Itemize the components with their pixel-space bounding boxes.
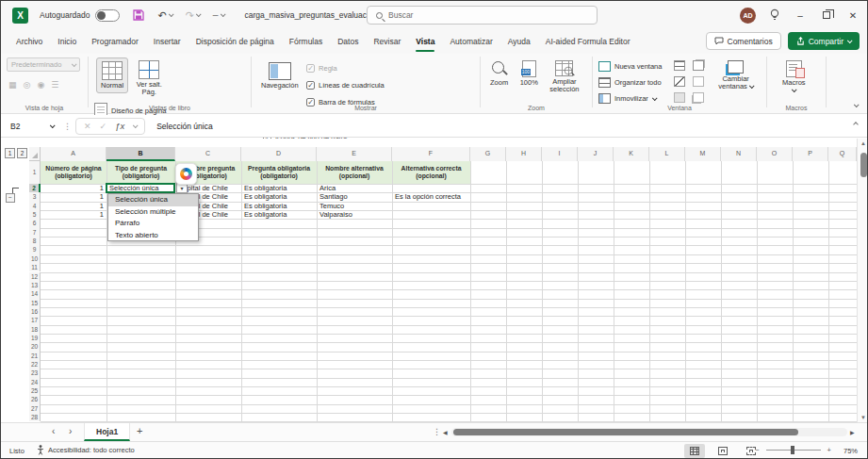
- header-cell-B1[interactable]: Tipo de pregunta(obligatorio): [106, 161, 175, 184]
- validation-dropdown-list[interactable]: Selección únicaSelección múltiplePárrafo…: [107, 193, 199, 241]
- header-cell-A1[interactable]: Número de página(obligatorio): [41, 161, 106, 184]
- row-header-7[interactable]: 7: [29, 228, 41, 237]
- vertical-scroll-thumb[interactable]: [860, 153, 867, 177]
- column-header-F[interactable]: F: [392, 147, 470, 161]
- new-sheet-view-icon[interactable]: ◉: [37, 80, 44, 90]
- comments-button[interactable]: Comentarios: [706, 32, 781, 50]
- row-header-13[interactable]: 13: [29, 281, 41, 289]
- row-header-22[interactable]: 22: [29, 360, 41, 369]
- column-header-I[interactable]: I: [542, 147, 578, 161]
- confirm-entry-icon[interactable]: ✓: [100, 122, 107, 131]
- scroll-up-icon[interactable]: ▲: [858, 140, 868, 146]
- row-header-18[interactable]: 18: [29, 325, 41, 334]
- row-header-3[interactable]: 3: [29, 192, 41, 201]
- arrange-all-button[interactable]: Organizar todo: [598, 74, 662, 90]
- row-header-2[interactable]: 2: [29, 184, 41, 192]
- collapse-group-button[interactable]: −: [6, 193, 15, 203]
- row-header-10[interactable]: 10: [29, 254, 41, 263]
- tab-inicio[interactable]: Inicio: [50, 29, 84, 54]
- view-page-layout-button[interactable]: [712, 444, 733, 458]
- row-header-17[interactable]: 17: [29, 316, 41, 324]
- autosave-toggle[interactable]: [95, 9, 120, 22]
- zoom-out-icon[interactable]: −: [755, 446, 759, 454]
- vertical-scrollbar[interactable]: ▲ ▼: [857, 139, 868, 422]
- cell-A5[interactable]: 1: [41, 210, 106, 219]
- share-button[interactable]: Compartir: [788, 32, 860, 50]
- scroll-down-icon[interactable]: ▼: [858, 415, 868, 420]
- column-header-J[interactable]: J: [578, 147, 614, 161]
- row-header-4[interactable]: 4: [29, 202, 41, 210]
- tab-automatizar[interactable]: Automatizar: [442, 29, 500, 54]
- horizontal-scrollbar[interactable]: [451, 428, 847, 436]
- hide-window-icon[interactable]: [674, 76, 685, 87]
- cell-D4[interactable]: Es obligatoria: [241, 202, 317, 210]
- save-icon[interactable]: [133, 9, 144, 21]
- undo-dropdown-icon[interactable]: [169, 11, 174, 17]
- row-header-23[interactable]: 23: [29, 369, 41, 377]
- zoom-100-button[interactable]: 100 100%: [516, 57, 542, 90]
- row-header-25[interactable]: 25: [29, 386, 41, 395]
- quick-access-customize-icon[interactable]: ─: [213, 11, 224, 20]
- scroll-right-icon[interactable]: ▶: [850, 429, 855, 435]
- row-header-26[interactable]: 26: [29, 395, 41, 403]
- tab-archivo[interactable]: Archivo: [8, 29, 50, 54]
- undo-button[interactable]: ↶: [157, 9, 172, 22]
- name-box[interactable]: B2: [5, 118, 59, 135]
- tab-ai-aided-formula-editor[interactable]: AI-aided Formula Editor: [538, 29, 638, 54]
- accessibility-status[interactable]: Accesibilidad: todo correcto: [37, 445, 135, 455]
- redo-dropdown-icon[interactable]: [196, 11, 202, 17]
- horizontal-scroll-thumb[interactable]: [453, 429, 798, 435]
- tab-revisar[interactable]: Revisar: [366, 29, 408, 54]
- cell-E4[interactable]: Temuco: [317, 202, 392, 210]
- switch-windows-button[interactable]: Cambiar ventanas: [714, 57, 757, 93]
- column-header-D[interactable]: D: [241, 147, 317, 161]
- cell-A4[interactable]: 1: [41, 202, 106, 210]
- row-header-11[interactable]: 11: [29, 263, 41, 271]
- page-break-preview-button[interactable]: Ver salt. Pág.: [133, 57, 166, 99]
- sheet-view-options-icon[interactable]: ☰: [51, 80, 58, 90]
- row-header-12[interactable]: 12: [29, 272, 41, 281]
- tab-vista[interactable]: Vista: [408, 29, 442, 54]
- header-cell-F1[interactable]: Alternativa correcta(opcional): [392, 161, 470, 184]
- dropdown-item-selecci-n-m-ltiple[interactable]: Selección múltiple: [108, 206, 198, 218]
- checkbox-regla[interactable]: ✓Regla: [306, 59, 385, 76]
- row-header-28[interactable]: 28: [29, 413, 41, 421]
- column-header-A[interactable]: A: [41, 147, 106, 161]
- insert-function-icon[interactable]: ƒx: [115, 121, 124, 131]
- row-header-19[interactable]: 19: [29, 334, 41, 342]
- tab-ayuda[interactable]: Ayuda: [500, 29, 538, 54]
- cell-E2[interactable]: Arica: [317, 184, 392, 192]
- column-header-K[interactable]: K: [614, 147, 649, 161]
- row-header-24[interactable]: 24: [29, 378, 41, 386]
- row-header-8[interactable]: 8: [29, 237, 41, 245]
- cell-D2[interactable]: Es obligatoria: [241, 184, 317, 192]
- row-header-9[interactable]: 9: [29, 245, 41, 254]
- split-icon[interactable]: [674, 60, 685, 71]
- row-header-6[interactable]: 6: [29, 219, 41, 227]
- column-header-C[interactable]: C: [175, 147, 241, 161]
- restore-button[interactable]: [820, 10, 833, 21]
- search-input[interactable]: Buscar: [367, 6, 598, 25]
- header-cell-E1[interactable]: Nombre alternativa(opcional): [317, 161, 392, 184]
- row-header-1[interactable]: 1: [29, 161, 41, 184]
- exit-sheet-view-icon[interactable]: ◎: [24, 80, 31, 90]
- column-header-H[interactable]: H: [506, 147, 542, 161]
- column-header-M[interactable]: M: [685, 147, 721, 161]
- column-header-P[interactable]: P: [793, 147, 828, 161]
- row-header-14[interactable]: 14: [29, 289, 41, 298]
- row-header-21[interactable]: 21: [29, 352, 41, 360]
- tab-datos[interactable]: Datos: [330, 29, 366, 54]
- close-button[interactable]: ✕: [846, 10, 860, 21]
- excel-logo-icon[interactable]: X: [12, 8, 28, 24]
- new-window-button[interactable]: Nueva ventana: [598, 58, 662, 74]
- navigation-button[interactable]: Navegación: [257, 59, 303, 92]
- sheet-view-combo[interactable]: Predeterminado: [7, 57, 80, 72]
- dropdown-item-p-rrafo[interactable]: Párrafo: [108, 218, 198, 229]
- column-header-L[interactable]: L: [649, 147, 685, 161]
- reset-window-position-icon[interactable]: [693, 92, 704, 103]
- zoom-slider-handle[interactable]: [791, 446, 794, 454]
- cell-F3[interactable]: Es la opción correcta: [392, 192, 470, 201]
- cell-D5[interactable]: Es obligatoria: [241, 210, 317, 219]
- formula-content[interactable]: Selección única: [156, 122, 213, 131]
- zoom-in-icon[interactable]: +: [827, 446, 831, 454]
